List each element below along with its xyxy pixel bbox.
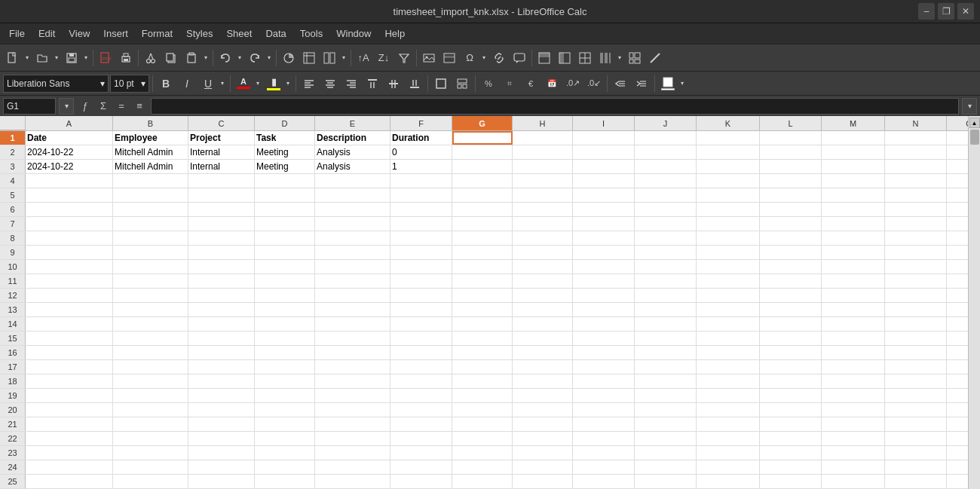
cell-J8[interactable] [635,231,697,245]
underline-button[interactable]: U [198,74,218,93]
cell-K8[interactable] [697,231,760,245]
cell-C6[interactable] [188,203,255,216]
cell-F12[interactable] [390,289,452,302]
sort-desc-button[interactable]: Z↓ [374,48,394,68]
row-number-1[interactable]: 1 [0,131,26,145]
cell-C7[interactable] [188,217,255,231]
dec-decimal-button[interactable]: .0↙ [584,74,604,93]
cell-M16[interactable] [822,346,885,359]
cell-D7[interactable] [255,217,315,231]
comment-button[interactable] [510,48,529,68]
cell-L17[interactable] [760,360,822,374]
open-arrow[interactable]: ▾ [52,48,61,68]
menu-item-insert[interactable]: Insert [97,26,134,41]
cell-H8[interactable] [513,231,573,245]
cell-J3[interactable] [635,160,697,173]
cell-K24[interactable] [697,460,760,474]
cell-N23[interactable] [885,446,947,460]
merge-cells-button[interactable] [452,74,472,93]
cell-C10[interactable] [188,260,255,274]
cell-D15[interactable] [255,332,315,345]
cell-K1[interactable] [697,131,760,145]
cell-D10[interactable] [255,260,315,274]
cell-I12[interactable] [573,289,635,302]
print-button[interactable] [116,48,136,68]
cell-K12[interactable] [697,289,760,302]
cell-H22[interactable] [513,432,573,445]
cell-F9[interactable] [390,246,452,259]
cell-J1[interactable] [635,131,697,145]
cell-N24[interactable] [885,460,947,474]
cell-B9[interactable] [113,246,188,259]
cell-B22[interactable] [113,432,188,445]
cell-L14[interactable] [760,317,822,331]
cell-F16[interactable] [390,346,452,359]
cell-D1[interactable]: Task [255,131,315,145]
font-size-dropdown[interactable]: 10 pt ▾ [110,75,149,93]
cell-L2[interactable] [760,145,822,159]
menu-item-data[interactable]: Data [259,26,292,41]
cell-D17[interactable] [255,360,315,374]
cell-M23[interactable] [822,446,885,460]
cell-E24[interactable] [315,460,390,474]
cell-M2[interactable] [822,145,885,159]
cell-G18[interactable] [452,374,513,388]
cell-K23[interactable] [697,446,760,460]
cell-K18[interactable] [697,374,760,388]
cell-K25[interactable] [697,475,760,488]
cell-G12[interactable] [452,289,513,302]
cell-H5[interactable] [513,188,573,202]
col-header-K[interactable]: K [697,116,760,130]
cell-O17[interactable] [947,360,968,374]
cell-E16[interactable] [315,346,390,359]
cell-C9[interactable] [188,246,255,259]
cell-E11[interactable] [315,274,390,288]
cell-ref-expand[interactable]: ▾ [59,98,74,115]
cell-M6[interactable] [822,203,885,216]
cell-J25[interactable] [635,475,697,488]
cell-M12[interactable] [822,289,885,302]
cell-H21[interactable] [513,417,573,431]
cell-I17[interactable] [573,360,635,374]
cell-F6[interactable] [390,203,452,216]
cell-I24[interactable] [573,460,635,474]
cell-B3[interactable]: Mitchell Admin [113,160,188,173]
cell-L4[interactable] [760,174,822,188]
cell-A15[interactable] [26,332,113,345]
indent-decrease-button[interactable] [611,74,630,93]
cell-E14[interactable] [315,317,390,331]
cell-A16[interactable] [26,346,113,359]
col-header-C[interactable]: C [188,116,255,130]
row-number-14[interactable]: 14 [0,317,26,331]
cell-J11[interactable] [635,274,697,288]
cell-I20[interactable] [573,403,635,417]
cell-A4[interactable] [26,174,113,188]
col-header-A[interactable]: A [26,116,113,130]
export-pdf-button[interactable]: PDF [96,48,115,68]
cell-K5[interactable] [697,188,760,202]
cell-N2[interactable] [885,145,947,159]
cell-C5[interactable] [188,188,255,202]
cell-K6[interactable] [697,203,760,216]
cell-M10[interactable] [822,260,885,274]
cell-I25[interactable] [573,475,635,488]
cell-O19[interactable] [947,389,968,402]
cell-C14[interactable] [188,317,255,331]
freeze-rows-button[interactable] [534,48,554,68]
cell-L16[interactable] [760,346,822,359]
cell-H16[interactable] [513,346,573,359]
cell-C15[interactable] [188,332,255,345]
cell-M20[interactable] [822,403,885,417]
cell-D23[interactable] [255,446,315,460]
cell-J5[interactable] [635,188,697,202]
cell-N25[interactable] [885,475,947,488]
format-number-button[interactable]: % [479,74,498,93]
row-number-20[interactable]: 20 [0,403,26,417]
cell-J20[interactable] [635,403,697,417]
cell-G23[interactable] [452,446,513,460]
cell-H1[interactable] [513,131,573,145]
cell-K21[interactable] [697,417,760,431]
underline-arrow[interactable]: ▾ [218,74,227,93]
cell-N13[interactable] [885,303,947,316]
restore-button[interactable]: ❐ [938,3,954,20]
